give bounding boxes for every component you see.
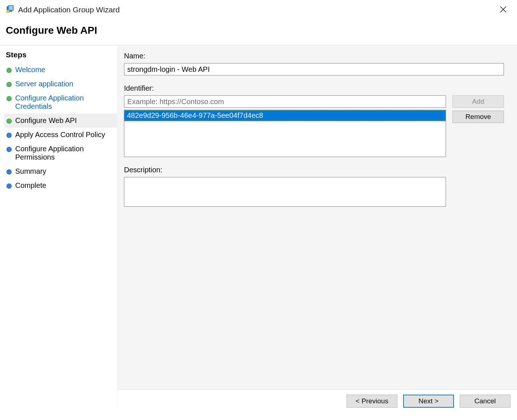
bullet-todo-icon — [7, 147, 12, 152]
bullet-todo-icon — [7, 184, 12, 189]
window-title: Add Application Group Wizard — [18, 5, 120, 14]
step-label: Summary — [15, 167, 46, 176]
step-apply-access-control-policy[interactable]: Apply Access Control Policy — [4, 128, 117, 142]
bullet-todo-icon — [7, 133, 12, 138]
name-label: Name: — [124, 52, 510, 60]
bullet-done-icon — [7, 119, 12, 124]
step-server-application[interactable]: Server application — [4, 77, 117, 91]
step-summary[interactable]: Summary — [4, 164, 117, 178]
previous-button[interactable]: < Previous — [347, 395, 397, 408]
identifier-input[interactable] — [124, 95, 446, 108]
bullet-done-icon — [7, 82, 12, 87]
name-input[interactable] — [124, 63, 504, 75]
page-title: Configure Web API — [0, 18, 517, 45]
bullet-done-icon — [7, 96, 12, 101]
description-label: Description: — [124, 166, 510, 174]
svg-rect-2 — [9, 7, 11, 8]
step-label: Server application — [15, 80, 73, 88]
svg-rect-3 — [11, 7, 12, 8]
step-label: Configure Application Permissions — [15, 145, 113, 161]
add-button: Add — [452, 95, 504, 108]
step-label: Apply Access Control Policy — [15, 131, 105, 139]
step-welcome[interactable]: Welcome — [4, 63, 117, 77]
step-label: Configure Application Credentials — [15, 94, 113, 111]
titlebar: Add Application Group Wizard — [0, 0, 517, 18]
step-label: Welcome — [15, 66, 45, 74]
cancel-button[interactable]: Cancel — [460, 395, 510, 408]
description-input[interactable] — [124, 177, 446, 207]
content-row: Steps Welcome Server application Configu… — [0, 45, 517, 408]
svg-rect-1 — [8, 5, 13, 11]
step-configure-application-credentials[interactable]: Configure Application Credentials — [4, 91, 117, 114]
steps-heading: Steps — [4, 49, 117, 63]
step-configure-application-permissions[interactable]: Configure Application Permissions — [4, 142, 117, 164]
steps-sidebar: Steps Welcome Server application Configu… — [0, 45, 117, 408]
identifier-label: Identifier: — [124, 84, 510, 92]
wizard-icon — [6, 5, 15, 15]
step-label: Configure Web API — [15, 116, 77, 125]
next-button[interactable]: Next > — [403, 395, 454, 408]
close-button[interactable] — [497, 4, 510, 16]
remove-button[interactable]: Remove — [452, 111, 504, 123]
step-label: Complete — [15, 181, 46, 190]
svg-rect-4 — [9, 8, 11, 9]
footer-bar: < Previous Next > Cancel — [117, 389, 517, 408]
identifier-item[interactable]: 482e9d29-956b-46e4-977a-5ee04f7d4ec8 — [124, 110, 446, 121]
bullet-done-icon — [7, 68, 12, 73]
step-complete[interactable]: Complete — [4, 178, 117, 193]
identifier-listbox[interactable]: 482e9d29-956b-46e4-977a-5ee04f7d4ec8 — [124, 110, 446, 157]
svg-rect-5 — [11, 8, 12, 9]
bullet-todo-icon — [7, 169, 12, 174]
svg-point-6 — [7, 10, 9, 13]
titlebar-left: Add Application Group Wizard — [6, 5, 120, 15]
main-pane: Name: Identifier: 482e9d29-956b-46e4-977… — [117, 45, 517, 408]
step-configure-web-api[interactable]: Configure Web API — [4, 114, 117, 128]
